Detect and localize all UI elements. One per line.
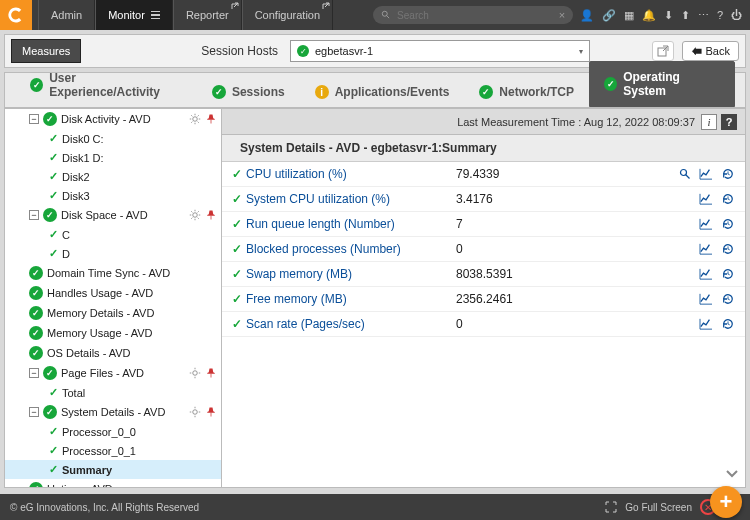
history-icon[interactable] — [721, 293, 735, 305]
collapse-icon[interactable]: − — [29, 368, 39, 378]
check-icon: ✓ — [49, 170, 58, 183]
tree-d[interactable]: ✓D — [5, 244, 221, 263]
pin-icon[interactable] — [205, 209, 217, 221]
top-nav: Admin Monitor Reporter Configuration — [38, 0, 333, 30]
tree-system-details[interactable]: −System Details - AVD — [5, 402, 221, 422]
back-button[interactable]: 🡄 Back — [682, 41, 739, 61]
gear-icon[interactable] — [189, 367, 201, 379]
metric-name[interactable]: Run queue length (Number) — [246, 217, 456, 231]
upload-icon[interactable]: ⬆ — [681, 9, 690, 22]
history-icon[interactable] — [721, 318, 735, 330]
pin-icon[interactable] — [205, 367, 217, 379]
grid-icon[interactable]: ▦ — [624, 9, 634, 22]
tab-applications[interactable]: iApplications/Events — [300, 76, 465, 107]
tree-disk-activity[interactable]: −Disk Activity - AVD — [5, 109, 221, 129]
metric-value: 8038.5391 — [456, 267, 616, 281]
chart-icon[interactable] — [699, 318, 713, 330]
export-button[interactable] — [652, 41, 674, 61]
history-icon[interactable] — [721, 193, 735, 205]
nav-reporter[interactable]: Reporter — [173, 0, 242, 30]
host-select[interactable]: egbetasvr-1 ▾ — [290, 40, 590, 62]
status-ok-icon — [29, 482, 43, 488]
pin-icon[interactable] — [205, 113, 217, 125]
gear-icon[interactable] — [189, 406, 201, 418]
add-fab[interactable]: + — [710, 486, 742, 518]
search-input[interactable] — [397, 10, 537, 21]
gear-icon[interactable] — [189, 209, 201, 221]
tree-summary[interactable]: ✓Summary — [5, 460, 221, 479]
magnify-icon[interactable] — [679, 168, 691, 180]
metric-name[interactable]: CPU utilization (%) — [246, 167, 456, 181]
gear-icon[interactable] — [189, 113, 201, 125]
chart-icon[interactable] — [699, 293, 713, 305]
tree-c[interactable]: ✓C — [5, 225, 221, 244]
clear-search-icon[interactable]: × — [559, 9, 565, 21]
fullscreen-label[interactable]: Go Full Screen — [625, 502, 692, 513]
chart-icon[interactable] — [699, 193, 713, 205]
download-icon[interactable]: ⬇ — [664, 9, 673, 22]
tree-label: Disk Activity - AVD — [61, 113, 151, 125]
tree-uptime[interactable]: Uptime - AVD — [5, 479, 221, 488]
nav-monitor[interactable]: Monitor — [95, 0, 173, 30]
copyright: © eG Innovations, Inc. All Rights Reserv… — [10, 502, 199, 513]
tree-os-details[interactable]: OS Details - AVD — [5, 343, 221, 363]
history-icon[interactable] — [721, 168, 735, 180]
collapse-icon[interactable]: − — [29, 210, 39, 220]
measures-button[interactable]: Measures — [11, 39, 81, 63]
metric-name[interactable]: Free memory (MB) — [246, 292, 456, 306]
chart-icon[interactable] — [699, 243, 713, 255]
metric-name[interactable]: Swap memory (MB) — [246, 267, 456, 281]
metric-name[interactable]: Blocked processes (Number) — [246, 242, 456, 256]
svg-point-6 — [681, 170, 687, 176]
scroll-down-icon[interactable] — [725, 467, 739, 481]
tab-operating-system[interactable]: Operating System — [589, 61, 735, 107]
tree-mem-details[interactable]: Memory Details - AVD — [5, 303, 221, 323]
history-icon[interactable] — [721, 243, 735, 255]
tab-network[interactable]: Network/TCP — [464, 76, 589, 107]
search-box[interactable]: × — [373, 6, 573, 24]
search-icon — [381, 10, 391, 20]
metric-name[interactable]: System CPU utilization (%) — [246, 192, 456, 206]
tree-proc00[interactable]: ✓Processor_0_0 — [5, 422, 221, 441]
tab-sessions[interactable]: Sessions — [197, 76, 300, 107]
chart-icon[interactable] — [699, 168, 713, 180]
collapse-icon[interactable]: − — [29, 407, 39, 417]
pin-icon[interactable] — [205, 406, 217, 418]
info-button[interactable]: i — [701, 114, 717, 130]
check-icon: ✓ — [232, 242, 246, 256]
user-icon[interactable]: 👤 — [580, 9, 594, 22]
more-icon[interactable]: ⋯ — [698, 9, 709, 22]
metric-value: 3.4176 — [456, 192, 616, 206]
chart-icon[interactable] — [699, 268, 713, 280]
history-icon[interactable] — [721, 268, 735, 280]
tree-domain-time[interactable]: Domain Time Sync - AVD — [5, 263, 221, 283]
help-icon[interactable]: ? — [717, 9, 723, 22]
link-icon[interactable]: 🔗 — [602, 9, 616, 22]
collapse-icon[interactable]: − — [29, 114, 39, 124]
tree-handles[interactable]: Handles Usage - AVD — [5, 283, 221, 303]
tree-disk2[interactable]: ✓Disk2 — [5, 167, 221, 186]
tree-mem-usage[interactable]: Memory Usage - AVD — [5, 323, 221, 343]
metric-value: 2356.2461 — [456, 292, 616, 306]
fullscreen-icon[interactable] — [605, 501, 617, 513]
tree-disk1[interactable]: ✓Disk1 D: — [5, 148, 221, 167]
metric-name[interactable]: Scan rate (Pages/sec) — [246, 317, 456, 331]
metric-row: ✓Scan rate (Pages/sec)0 — [222, 312, 745, 337]
nav-admin[interactable]: Admin — [38, 0, 95, 30]
tree-disk-space[interactable]: −Disk Space - AVD — [5, 205, 221, 225]
history-icon[interactable] — [721, 218, 735, 230]
tree-label: C — [62, 229, 70, 241]
brand-logo[interactable] — [0, 0, 32, 30]
tab-user-experience[interactable]: User Experience/Activity — [15, 62, 197, 107]
tree-page-files[interactable]: −Page Files - AVD — [5, 363, 221, 383]
power-icon[interactable]: ⏻ — [731, 9, 742, 22]
nav-config[interactable]: Configuration — [242, 0, 333, 30]
chart-icon[interactable] — [699, 218, 713, 230]
tree-disk0[interactable]: ✓Disk0 C: — [5, 129, 221, 148]
bell-icon[interactable]: 🔔 — [642, 9, 656, 22]
metrics-tree[interactable]: −Disk Activity - AVD ✓Disk0 C: ✓Disk1 D:… — [4, 108, 222, 488]
tree-proc01[interactable]: ✓Processor_0_1 — [5, 441, 221, 460]
help-button[interactable]: ? — [721, 114, 737, 130]
tree-total[interactable]: ✓Total — [5, 383, 221, 402]
tree-disk3[interactable]: ✓Disk3 — [5, 186, 221, 205]
